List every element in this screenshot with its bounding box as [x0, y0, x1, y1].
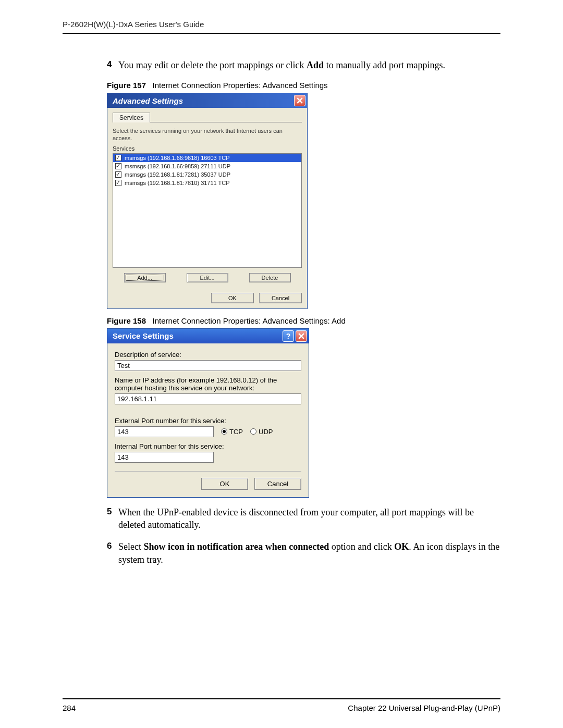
host-label: Name or IP address (for example 192.168.…: [115, 376, 301, 392]
step-number: 5: [107, 506, 118, 532]
ok-button[interactable]: OK: [211, 293, 254, 303]
dialog-titlebar: Advanced Settings: [107, 93, 307, 108]
host-input[interactable]: [115, 393, 301, 404]
page-number: 284: [63, 704, 76, 712]
description-label: Description of service:: [115, 351, 301, 359]
radio-icon[interactable]: [250, 428, 256, 435]
ok-button[interactable]: OK: [201, 478, 248, 490]
text: You may edit or delete the port mappings…: [118, 60, 307, 70]
figure-text: Internet Connection Properties: Advanced…: [153, 316, 346, 325]
radio-text: UDP: [259, 428, 273, 436]
step-number: 4: [107, 59, 118, 71]
checkbox-icon[interactable]: [115, 180, 121, 186]
radio-icon[interactable]: [221, 428, 227, 435]
bold-text: Show icon in notification area when conn…: [143, 541, 329, 552]
service-text: msmsgs (192.168.1.81:7281) 35037 UDP: [125, 171, 230, 178]
external-port-label: External Port number for this service:: [115, 417, 301, 425]
checkbox-icon[interactable]: [115, 155, 121, 161]
cancel-button[interactable]: Cancel: [254, 478, 301, 490]
description-input[interactable]: [115, 360, 301, 371]
service-text: msmsgs (192.168.1.66:9618) 16603 TCP: [125, 155, 230, 161]
text: to manually add port mappings.: [324, 60, 445, 70]
step-text: You may edit or delete the port mappings…: [118, 59, 445, 71]
step-number: 6: [107, 540, 118, 566]
service-row[interactable]: msmsgs (192.168.1.66:9859) 27111 UDP: [113, 162, 301, 170]
running-header: P-2602H(W)(L)-DxA Series User's Guide: [63, 20, 500, 34]
bold-add: Add: [307, 60, 324, 70]
bold-text: OK: [394, 541, 409, 552]
dialog-title: Service Settings: [113, 331, 174, 340]
chapter-title: Chapter 22 Universal Plug-and-Play (UPnP…: [348, 704, 500, 712]
dialog-titlebar: Service Settings ?: [107, 329, 309, 343]
internal-port-label: Internal Port number for this service:: [115, 442, 301, 450]
figure-157-caption: Figure 157 Internet Connection Propertie…: [107, 81, 500, 90]
internal-port-input[interactable]: [115, 452, 214, 463]
service-text: msmsgs (192.168.1.81:7810) 31711 TCP: [125, 180, 230, 186]
tcp-radio[interactable]: TCP: [221, 428, 243, 436]
external-port-input[interactable]: [115, 426, 214, 437]
advanced-settings-dialog: Advanced Settings Services Select the se…: [107, 93, 308, 309]
instruction-text: Select the services running on your netw…: [113, 128, 302, 142]
figure-158-caption: Figure 158 Internet Connection Propertie…: [107, 316, 500, 325]
tab-strip: Services: [113, 112, 302, 122]
udp-radio[interactable]: UDP: [250, 428, 273, 436]
step-text: When the UPnP-enabled device is disconne…: [118, 506, 500, 532]
page-footer: 284 Chapter 22 Universal Plug-and-Play (…: [63, 698, 500, 712]
text: option and click: [329, 541, 394, 552]
radio-text: TCP: [229, 428, 243, 436]
step-text: Select Show icon in notification area wh…: [118, 540, 500, 566]
checkbox-icon[interactable]: [115, 163, 121, 169]
service-text: msmsgs (192.168.1.66:9859) 27111 UDP: [125, 163, 230, 169]
close-icon[interactable]: [296, 330, 307, 342]
figure-label: Figure 158: [107, 316, 146, 325]
edit-button[interactable]: Edit...: [187, 273, 228, 282]
text: Select: [118, 541, 143, 552]
add-button[interactable]: Add...: [124, 273, 166, 282]
cancel-button[interactable]: Cancel: [259, 293, 302, 303]
close-icon[interactable]: [294, 95, 305, 106]
help-icon[interactable]: ?: [283, 330, 294, 342]
checkbox-icon[interactable]: [115, 171, 121, 178]
service-settings-dialog: Service Settings ? Description of servic…: [107, 328, 309, 498]
step-5: 5 When the UPnP-enabled device is discon…: [107, 506, 500, 532]
tab-services[interactable]: Services: [113, 113, 150, 122]
service-row[interactable]: msmsgs (192.168.1.66:9618) 16603 TCP: [113, 154, 301, 162]
delete-button[interactable]: Delete: [249, 273, 291, 282]
figure-label: Figure 157: [107, 81, 146, 90]
figure-text: Internet Connection Properties: Advanced…: [153, 81, 328, 90]
dialog-title: Advanced Settings: [113, 96, 183, 105]
services-listbox[interactable]: msmsgs (192.168.1.66:9618) 16603 TCP msm…: [113, 153, 302, 268]
step-6: 6 Select Show icon in notification area …: [107, 540, 500, 566]
service-row[interactable]: msmsgs (192.168.1.81:7810) 31711 TCP: [113, 179, 301, 187]
service-row[interactable]: msmsgs (192.168.1.81:7281) 35037 UDP: [113, 170, 301, 179]
step-4: 4 You may edit or delete the port mappin…: [107, 59, 500, 71]
services-label: Services: [113, 145, 302, 152]
